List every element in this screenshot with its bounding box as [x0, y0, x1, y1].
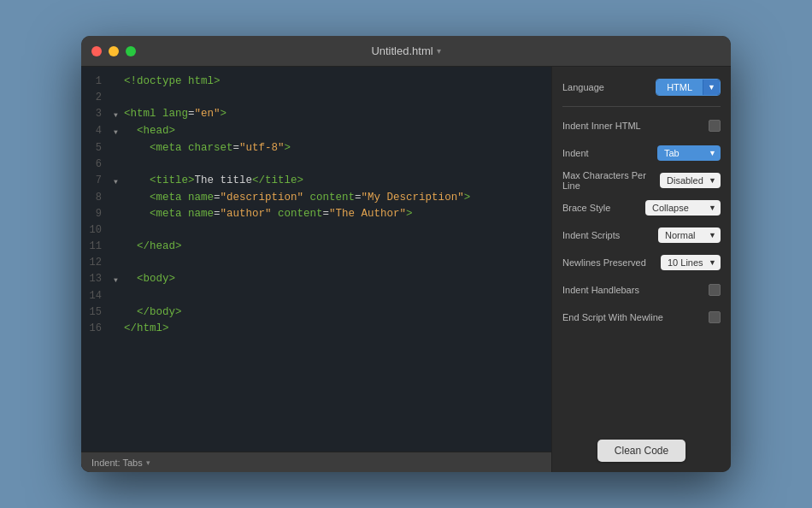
table-row: 16 </html> [81, 321, 551, 337]
indent-inner-html-checkbox[interactable] [709, 120, 721, 132]
max-chars-select[interactable]: Disabled 80 120 [660, 173, 721, 188]
main-content: 1 <!doctype html> 2 3 ▼ <html lang="en"> [81, 67, 731, 472]
end-script-newline-checkbox[interactable] [709, 311, 721, 323]
end-script-newline-label: End Script With Newline [562, 312, 709, 322]
newlines-preserved-label: Newlines Preserved [562, 257, 661, 268]
end-script-newline-control [709, 311, 721, 323]
indent-scripts-select[interactable]: Normal Keep Separate [658, 227, 721, 243]
editor-area: 1 <!doctype html> 2 3 ▼ <html lang="en"> [81, 67, 551, 472]
indent-label: Indent [562, 148, 657, 158]
language-row: Language HTML ▼ [562, 77, 721, 97]
indent-handlebars-label: Indent Handlebars [562, 285, 709, 295]
main-window: Untitled.html ▾ 1 <!doctype html> 2 [81, 36, 731, 472]
brace-style-select[interactable]: Collapse Expand End-expand None [645, 200, 721, 216]
table-row: 1 <!doctype html> [81, 74, 551, 90]
indent-scripts-control: Normal Keep Separate ▼ [658, 227, 721, 243]
divider [562, 106, 721, 107]
close-button[interactable] [91, 46, 102, 56]
traffic-lights [91, 46, 136, 56]
table-row: 13 ▼ <body> [81, 271, 551, 288]
newlines-preserved-control: 10 Lines 5 Lines 1 Line None ▼ [661, 255, 721, 270]
table-row: 15 </body> [81, 304, 551, 321]
title-arrow[interactable]: ▾ [437, 46, 441, 56]
language-html-button[interactable]: HTML [656, 80, 703, 95]
table-row: 4 ▼ <head> [81, 123, 551, 140]
language-label: Language [562, 82, 656, 92]
brace-style-row: Brace Style Collapse Expand End-expand N… [562, 198, 721, 218]
indent-inner-html-label: Indent Inner HTML [562, 121, 709, 131]
indent-handlebars-checkbox[interactable] [709, 284, 721, 296]
indent-handlebars-row: Indent Handlebars [562, 280, 721, 300]
statusbar-text: Indent: Tabs [91, 458, 143, 468]
table-row: 7 ▼ <title>The title</title> [81, 173, 551, 190]
title-text: Untitled.html [371, 44, 432, 57]
indent-row: Indent Tab 2 Spaces 4 Spaces ▼ [562, 143, 721, 163]
newlines-preserved-select[interactable]: 10 Lines 5 Lines 1 Line None [661, 255, 721, 270]
indent-inner-html-control [709, 120, 721, 132]
table-row: 3 ▼ <html lang="en"> [81, 106, 551, 123]
end-script-newline-row: End Script With Newline [562, 307, 721, 328]
indent-select[interactable]: Tab 2 Spaces 4 Spaces [657, 145, 721, 161]
language-dropdown-button[interactable]: ▼ [703, 80, 720, 95]
table-row: 9 <meta name="author" content="The Autho… [81, 206, 551, 222]
window-title: Untitled.html ▾ [371, 44, 440, 57]
indent-control: Tab 2 Spaces 4 Spaces ▼ [657, 145, 721, 161]
clean-code-button[interactable]: Clean Code [597, 440, 685, 462]
newlines-preserved-row: Newlines Preserved 10 Lines 5 Lines 1 Li… [562, 252, 721, 273]
indent-scripts-label: Indent Scripts [562, 230, 658, 240]
language-select-wrapper: HTML ▼ [656, 79, 721, 96]
table-row: 10 [81, 222, 551, 239]
table-row: 14 [81, 288, 551, 304]
max-chars-label: Max Characters Per Line [562, 170, 660, 191]
language-control: HTML ▼ [656, 79, 721, 96]
indent-inner-html-row: Indent Inner HTML [562, 115, 721, 136]
statusbar: Indent: Tabs ▾ [81, 452, 551, 472]
max-chars-control: Disabled 80 120 ▼ [660, 173, 721, 188]
minimize-button[interactable] [109, 46, 119, 56]
maximize-button[interactable] [126, 46, 136, 56]
statusbar-dropdown-arrow[interactable]: ▾ [146, 458, 150, 467]
table-row: 2 [81, 90, 551, 106]
table-row: 5 <meta charset="utf-8"> [81, 140, 551, 157]
brace-style-label: Brace Style [562, 203, 645, 213]
table-row: 8 <meta name="description" content="My D… [81, 190, 551, 206]
code-editor[interactable]: 1 <!doctype html> 2 3 ▼ <html lang="en"> [81, 67, 551, 452]
max-chars-row: Max Characters Per Line Disabled 80 120 … [562, 170, 721, 191]
clean-code-row: Clean Code [562, 433, 721, 462]
indent-handlebars-control [709, 284, 721, 296]
titlebar: Untitled.html ▾ [81, 36, 731, 67]
table-row: 12 [81, 255, 551, 271]
table-row: 6 [81, 157, 551, 173]
indent-scripts-row: Indent Scripts Normal Keep Separate ▼ [562, 225, 721, 245]
table-row: 11 </head> [81, 239, 551, 255]
brace-style-control: Collapse Expand End-expand None ▼ [645, 200, 721, 216]
right-panel: Language HTML ▼ Indent Inner HTML Inden [551, 67, 731, 472]
